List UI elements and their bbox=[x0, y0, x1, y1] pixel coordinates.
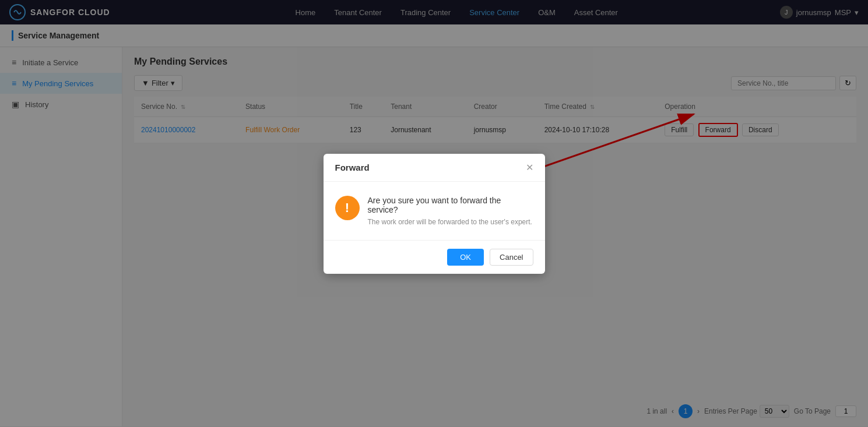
modal-header: Forward ✕ bbox=[324, 154, 545, 182]
modal-cancel-button[interactable]: Cancel bbox=[490, 249, 533, 266]
modal-title: Forward bbox=[335, 163, 370, 172]
close-icon[interactable]: ✕ bbox=[526, 162, 533, 173]
modal-main-text: Are you sure you want to forward the ser… bbox=[368, 196, 533, 214]
modal-overlay: Forward ✕ ! Are you sure you want to for… bbox=[0, 0, 868, 426]
modal-sub-text: The work order will be forwarded to the … bbox=[368, 218, 533, 226]
modal-body: ! Are you sure you want to forward the s… bbox=[324, 182, 545, 240]
modal-ok-button[interactable]: OK bbox=[447, 249, 484, 266]
warning-icon: ! bbox=[335, 196, 360, 220]
modal-footer: OK Cancel bbox=[324, 240, 545, 274]
forward-modal: Forward ✕ ! Are you sure you want to for… bbox=[324, 154, 545, 274]
modal-text-area: Are you sure you want to forward the ser… bbox=[368, 196, 533, 226]
